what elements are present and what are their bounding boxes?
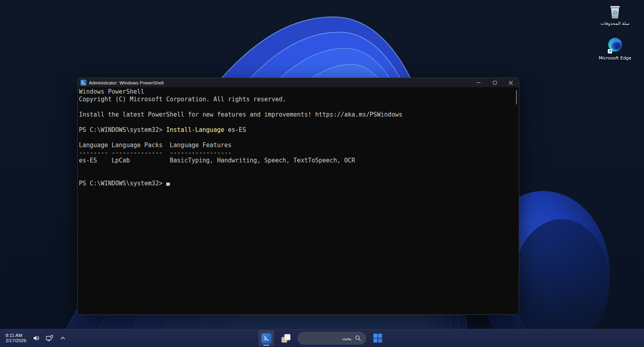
taskbar-center: بحث xyxy=(258,329,386,347)
window-titlebar[interactable]: Administrator: Windows PowerShell xyxy=(78,78,519,87)
powershell-window: Administrator: Windows PowerShell Window… xyxy=(77,78,519,315)
terminal-line xyxy=(79,119,513,126)
taskbar-search-box[interactable]: بحث xyxy=(298,332,366,345)
terminal-line: Windows PowerShell xyxy=(79,88,513,96)
terminal-line: -------- -------------- ----------------… xyxy=(79,149,513,157)
chevron-up-icon xyxy=(60,335,66,341)
active-app-indicator xyxy=(263,345,269,346)
task-view-button[interactable] xyxy=(278,330,294,346)
terminal-line xyxy=(79,134,513,142)
recycle-bin-icon: ♻ xyxy=(608,3,622,20)
volume-icon xyxy=(33,335,40,342)
network-button[interactable] xyxy=(44,332,55,344)
window-controls xyxy=(471,78,519,87)
maximize-button[interactable] xyxy=(487,78,503,87)
taskbar: 8:11 AM 2/17/2026 xyxy=(0,329,644,347)
minimize-icon xyxy=(477,82,481,83)
scrollbar-thumb[interactable] xyxy=(516,90,517,105)
terminal-cursor xyxy=(166,183,170,186)
task-view-icon xyxy=(281,333,291,344)
windows-logo-icon xyxy=(374,334,382,343)
powershell-taskbar-icon xyxy=(261,333,271,343)
desktop-icon-microsoft-edge[interactable]: Microsoft Edge xyxy=(596,37,634,61)
terminal-line: PS C:\WINDOWS\system32> Install-Language… xyxy=(79,126,513,134)
terminal-line: Copyright (C) Microsoft Corporation. All… xyxy=(79,96,513,103)
start-button[interactable] xyxy=(370,330,386,346)
powershell-titlebar-icon xyxy=(80,80,87,86)
search-label: بحث xyxy=(342,335,352,341)
terminal-line xyxy=(79,172,513,180)
terminal-output[interactable]: Windows PowerShellCopyright (C) Microsof… xyxy=(78,87,519,314)
terminal-line: es-ES LpCab BasicTyping, Handwriting, Sp… xyxy=(79,157,513,164)
terminal-line: PS C:\WINDOWS\system32> xyxy=(79,180,513,187)
terminal-line xyxy=(79,164,513,172)
svg-text:♻: ♻ xyxy=(613,9,618,16)
clock-time: 8:11 AM xyxy=(6,333,26,339)
maximize-icon xyxy=(493,81,497,84)
edge-label: Microsoft Edge xyxy=(599,55,631,61)
close-button[interactable] xyxy=(503,78,519,87)
terminal-line: Install the latest PowerShell for new fe… xyxy=(79,111,513,119)
close-icon xyxy=(509,81,513,85)
minimize-button[interactable] xyxy=(471,78,487,87)
window-title: Administrator: Windows PowerShell xyxy=(89,80,163,85)
terminal-line: Language Language Packs Language Feature… xyxy=(79,142,513,149)
system-tray: 8:11 AM 2/17/2026 xyxy=(0,332,68,345)
desktop: ♻ سلة المحذوفات Microsoft Edge xyxy=(0,0,644,347)
terminal-line xyxy=(79,103,513,111)
desktop-icon-recycle-bin[interactable]: ♻ سلة المحذوفات xyxy=(596,3,634,26)
terminal-scrollbar[interactable] xyxy=(514,87,519,314)
volume-button[interactable] xyxy=(31,332,42,344)
hidden-icons-button[interactable] xyxy=(57,332,68,344)
search-icon xyxy=(355,335,361,341)
taskbar-powershell-button[interactable] xyxy=(258,330,275,346)
taskbar-clock[interactable]: 8:11 AM 2/17/2026 xyxy=(3,332,29,345)
recycle-bin-label: سلة المحذوفات xyxy=(601,21,630,26)
edge-icon xyxy=(607,37,623,55)
clock-date: 2/17/2026 xyxy=(6,338,26,344)
network-icon xyxy=(45,335,54,342)
